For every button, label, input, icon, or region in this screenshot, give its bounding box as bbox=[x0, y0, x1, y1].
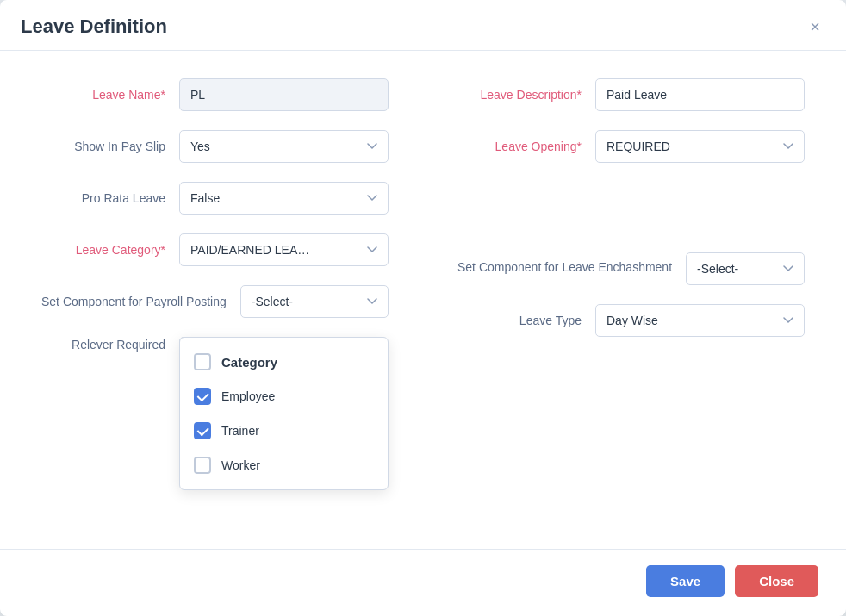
modal-header: Leave Definition × bbox=[0, 0, 846, 51]
leave-definition-modal: Leave Definition × Leave Name* Show In P… bbox=[0, 0, 846, 616]
category-dropdown-list: Category Employee Trainer bbox=[179, 337, 389, 490]
show-in-pay-slip-row: Show In Pay Slip Yes No bbox=[41, 130, 389, 163]
modal-title: Leave Definition bbox=[21, 16, 167, 38]
save-button[interactable]: Save bbox=[646, 565, 725, 597]
leave-category-row: Leave Category* PAID/EARNED LEA… UNPAID … bbox=[41, 233, 389, 266]
category-checkbox[interactable] bbox=[194, 353, 211, 370]
modal-close-button[interactable]: × bbox=[805, 16, 825, 37]
category-header-item[interactable]: Category bbox=[180, 345, 388, 379]
leave-name-input[interactable] bbox=[179, 78, 389, 111]
leave-type-select[interactable]: Day Wise Hour Wise bbox=[595, 304, 805, 337]
form-left-column: Leave Name* Show In Pay Slip Yes No Pro … bbox=[41, 78, 389, 370]
pro-rata-leave-label: Pro Rata Leave bbox=[41, 190, 179, 206]
leave-opening-row: Leave Opening* REQUIRED OPTIONAL NONE bbox=[457, 130, 805, 163]
form-grid: Leave Name* Show In Pay Slip Yes No Pro … bbox=[41, 78, 805, 370]
dropdown-item-worker[interactable]: Worker bbox=[180, 448, 388, 482]
show-in-pay-slip-select[interactable]: Yes No bbox=[179, 130, 389, 163]
empty-spacer-row bbox=[457, 182, 805, 233]
set-component-enchash-row: Set Component for Leave Enchashment -Sel… bbox=[457, 252, 805, 285]
leave-category-select[interactable]: PAID/EARNED LEA… UNPAID LEAVE CASUAL LEA… bbox=[179, 233, 389, 266]
relever-dropdown-panel: Yes No Category Employee bbox=[179, 337, 389, 370]
pro-rata-leave-row: Pro Rata Leave False True bbox=[41, 182, 389, 215]
set-component-payroll-label: Set Component for Payroll Posting bbox=[41, 294, 240, 309]
leave-description-label: Leave Description* bbox=[457, 87, 595, 103]
leave-opening-label: Leave Opening* bbox=[457, 139, 595, 154]
leave-type-label: Leave Type bbox=[457, 313, 595, 328]
dropdown-item-employee[interactable]: Employee bbox=[180, 379, 388, 414]
pro-rata-leave-select[interactable]: False True bbox=[179, 182, 389, 215]
modal-body: Leave Name* Show In Pay Slip Yes No Pro … bbox=[0, 51, 846, 549]
leave-description-row: Leave Description* bbox=[457, 78, 805, 111]
leave-name-row: Leave Name* bbox=[41, 78, 389, 111]
leave-name-label: Leave Name* bbox=[41, 87, 179, 103]
trainer-checkbox[interactable] bbox=[194, 422, 211, 439]
set-component-enchash-label: Set Component for Leave Enchashment bbox=[457, 252, 686, 275]
relever-required-row: Relever Required Yes No Category bbox=[41, 337, 389, 370]
form-right-column: Leave Description* Leave Opening* REQUIR… bbox=[457, 78, 805, 370]
show-in-pay-slip-label: Show In Pay Slip bbox=[41, 139, 179, 154]
employee-label: Employee bbox=[221, 389, 275, 403]
dropdown-item-trainer[interactable]: Trainer bbox=[180, 414, 388, 448]
leave-opening-select[interactable]: REQUIRED OPTIONAL NONE bbox=[595, 130, 805, 163]
trainer-label: Trainer bbox=[221, 424, 259, 438]
set-component-payroll-select[interactable]: -Select- bbox=[240, 285, 389, 318]
leave-description-input[interactable] bbox=[595, 78, 805, 111]
category-header-label: Category bbox=[221, 355, 277, 370]
leave-category-label: Leave Category* bbox=[41, 242, 179, 258]
worker-checkbox[interactable] bbox=[194, 457, 211, 474]
worker-label: Worker bbox=[221, 458, 260, 472]
set-component-enchash-select[interactable]: -Select- bbox=[686, 252, 805, 285]
close-button[interactable]: Close bbox=[735, 565, 818, 597]
set-component-payroll-row: Set Component for Payroll Posting -Selec… bbox=[41, 285, 389, 318]
modal-footer: Save Close bbox=[0, 549, 846, 616]
relever-required-label: Relever Required bbox=[41, 337, 179, 352]
leave-type-row: Leave Type Day Wise Hour Wise bbox=[457, 304, 805, 337]
employee-checkbox[interactable] bbox=[194, 388, 211, 405]
